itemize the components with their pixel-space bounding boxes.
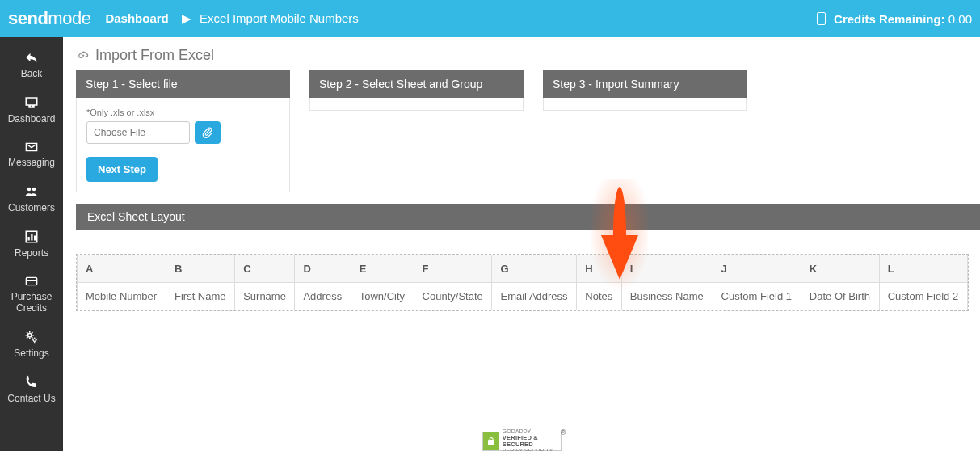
col-header: K <box>801 255 879 283</box>
chevron-right-icon: ▶ <box>182 11 191 25</box>
col-field: Town/City <box>351 283 414 310</box>
step-2-body <box>309 98 524 111</box>
step-2: Step 2 - Select Sheet and Group <box>309 70 524 192</box>
excel-layout-header: Excel Sheet Layout <box>76 204 980 230</box>
attach-button[interactable] <box>195 121 221 144</box>
sidebar-item-reports[interactable]: Reports <box>0 221 63 267</box>
sidebar-item-customers[interactable]: Customers <box>0 176 63 221</box>
sidebar-item-purchase-credits[interactable]: Purchase Credits <box>0 267 63 322</box>
credits-value: 0.00 <box>948 12 972 26</box>
credit-card-icon <box>23 275 40 288</box>
lock-icon <box>483 432 499 450</box>
gears-icon <box>23 330 40 344</box>
svg-rect-7 <box>26 280 36 281</box>
page-title: Import From Excel <box>76 47 972 64</box>
brand-part-1: send <box>8 8 48 29</box>
sidebar-item-label: Customers <box>8 202 55 213</box>
credits-label: Credits Remaining: <box>834 12 945 26</box>
svg-point-0 <box>27 188 32 192</box>
col-field: Custom Field 2 <box>879 283 967 310</box>
excel-layout-table-wrap: A B C D E F G H I J K L Mobile Number Fi… <box>76 254 969 311</box>
breadcrumb-root[interactable]: Dashboard <box>105 11 168 25</box>
step-3: Step 3 - Import Summary <box>543 70 747 192</box>
brand-part-2: mode <box>48 8 90 29</box>
col-field: First Name <box>166 283 234 310</box>
svg-point-9 <box>33 339 36 341</box>
col-header: E <box>351 255 414 283</box>
file-chooser-row <box>86 121 280 144</box>
paperclip-icon <box>202 127 213 138</box>
table-header-row: A B C D E F G H I J K L <box>78 255 968 283</box>
col-field: Custom Field 1 <box>713 283 801 310</box>
bar-chart-icon <box>23 230 40 244</box>
col-header: F <box>414 255 492 283</box>
sidebar-item-label: Back <box>21 68 43 79</box>
col-field: Email Address <box>492 283 577 310</box>
breadcrumb: Dashboard ▶ Excel Import Mobile Numbers <box>105 11 358 26</box>
col-field: Date Of Birth <box>801 283 879 310</box>
col-header: I <box>621 255 713 283</box>
svg-point-8 <box>28 334 32 338</box>
col-field: Mobile Number <box>78 283 166 310</box>
next-step-button[interactable]: Next Step <box>86 157 158 182</box>
sidebar-item-back[interactable]: Back <box>0 42 63 87</box>
brand-logo[interactable]: send mode <box>8 8 90 29</box>
svg-point-1 <box>32 188 36 192</box>
reply-icon <box>23 50 40 65</box>
svg-rect-4 <box>31 234 32 241</box>
breadcrumb-page: Excel Import Mobile Numbers <box>200 11 359 25</box>
table-row: Mobile Number First Name Surname Address… <box>78 283 968 310</box>
col-header: B <box>166 255 234 283</box>
col-field: Notes <box>577 283 621 310</box>
sidebar-item-dashboard[interactable]: Dashboard <box>0 87 63 133</box>
registered-icon: ® <box>561 429 566 437</box>
sidebar-item-label: Settings <box>14 348 48 359</box>
col-field: Business Name <box>621 283 713 310</box>
users-icon <box>23 184 40 199</box>
col-field: County/State <box>414 283 492 310</box>
step-1-header: Step 1 - Select file <box>76 70 290 98</box>
step-1: Step 1 - Select file *Only .xls or .xlsx… <box>76 70 290 192</box>
col-header: G <box>492 255 577 283</box>
sidebar-item-label: Dashboard <box>8 113 56 124</box>
step-1-body: *Only .xls or .xlsx Next Step <box>76 98 290 192</box>
sidebar-item-settings[interactable]: Settings <box>0 322 63 367</box>
sidebar-item-label: Reports <box>15 247 48 259</box>
security-line: VERIFIED & SECURED <box>503 434 538 448</box>
excel-layout-table: A B C D E F G H I J K L Mobile Number Fi… <box>77 255 968 310</box>
page-title-text: Import From Excel <box>95 47 214 64</box>
sidebar: Back Dashboard Messaging Customers Repor… <box>0 37 63 451</box>
security-sub: VERIFY SECURITY <box>503 448 561 451</box>
col-field: Address <box>295 283 351 310</box>
cloud-upload-icon <box>76 50 90 61</box>
col-header: J <box>713 255 801 283</box>
credits-remaining: Credits Remaining: 0.00 <box>817 12 972 26</box>
security-badge-text: GODADDY VERIFIED & SECURED VERIFY SECURI… <box>503 428 561 451</box>
col-header: D <box>295 255 351 283</box>
main-content: Import From Excel Step 1 - Select file *… <box>63 37 980 451</box>
col-header: A <box>78 255 166 283</box>
phone-icon <box>23 375 40 390</box>
top-bar: send mode Dashboard ▶ Excel Import Mobil… <box>0 0 980 37</box>
envelope-icon <box>23 141 40 154</box>
svg-rect-3 <box>28 237 30 241</box>
steps-row: Step 1 - Select file *Only .xls or .xlsx… <box>76 70 972 192</box>
file-type-hint: *Only .xls or .xlsx <box>86 107 280 117</box>
svg-rect-5 <box>34 236 36 241</box>
file-input[interactable] <box>86 121 190 144</box>
step-2-header: Step 2 - Select Sheet and Group <box>309 70 524 98</box>
step-3-body <box>543 98 747 111</box>
sidebar-item-label: Purchase Credits <box>11 291 53 314</box>
sidebar-item-label: Contact Us <box>7 393 55 404</box>
col-header: H <box>577 255 621 283</box>
col-header: L <box>879 255 967 283</box>
sidebar-item-messaging[interactable]: Messaging <box>0 133 63 176</box>
col-header: C <box>235 255 295 283</box>
col-field: Surname <box>235 283 295 310</box>
sidebar-item-contact-us[interactable]: Contact Us <box>0 367 63 412</box>
monitor-icon <box>23 95 40 110</box>
phone-icon <box>817 12 826 25</box>
step-3-header: Step 3 - Import Summary <box>543 70 747 98</box>
sidebar-item-label: Messaging <box>8 157 55 168</box>
security-badge[interactable]: GODADDY VERIFIED & SECURED VERIFY SECURI… <box>482 432 562 451</box>
